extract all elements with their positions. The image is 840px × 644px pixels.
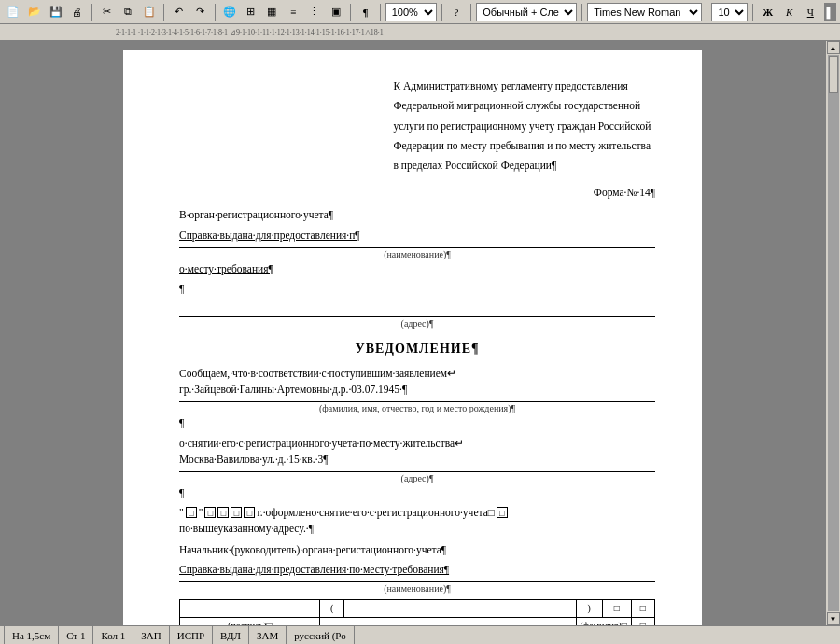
scroll-down-button[interactable]: ▼ [827,612,840,625]
main-area: К Административному регламенту предостав… [0,41,840,625]
reg-text2: по·вышеуказанному·адресу.·¶ [179,521,655,537]
sign-cell3 [343,600,576,618]
reg-text: г.·оформлено·снятие·его·с·регистрационно… [257,505,494,520]
pilcrow2: ¶ [179,415,655,431]
sign-row2: (подпись)□ (фамилия)□ □ [180,618,655,625]
frame-button[interactable]: ▣ [326,3,345,21]
ruler: 2·1·1·1 ·1·1·2·1·3·1·4·1·5·1·6·1·7·1·8·1… [0,24,840,41]
help-button[interactable]: ? [447,3,467,21]
quote-open: " [179,505,184,520]
sign-label4: □ [631,618,654,625]
vertical-scrollbar[interactable]: ▲ ▼ [825,41,840,625]
paste-button[interactable]: 📋 [139,3,159,21]
sign-cell6: □ [631,600,654,618]
ispr-indicator[interactable]: ИСПР [170,626,213,644]
zam-indicator[interactable]: ЗАМ [249,626,287,644]
sign-cell5: □ [602,600,631,618]
underline-button[interactable]: Ч [801,3,820,21]
zoom-select[interactable]: 100% [385,3,437,21]
sign-cell4: ) [576,600,602,618]
box2: □ [204,507,216,518]
header-line1: К Административному регламенту предостав… [394,78,656,94]
signature-table: ( ) □ □ (подпись)□ (фамилия)□ □ [179,599,655,625]
bold-button[interactable]: Ж [758,3,777,21]
box3: □ [217,507,229,518]
sep3 [215,4,216,21]
vdl-indicator[interactable]: ВДЛ [213,626,249,644]
header-line4: Федерации по месту пребывания и по месту… [394,138,656,154]
cert-line2: Справка·выдана·для·предоставления·по·мес… [179,562,655,578]
form-number: Форма·№·14¶ [179,185,655,200]
redo-button[interactable]: ↷ [190,3,210,21]
certificate-line: Справка·выдана·для·предоставления·п¶ [179,228,655,244]
para1: Сообщаем,·что·в·соответствии·с·поступивш… [179,366,655,399]
copy-button[interactable]: ⧉ [119,3,138,21]
cut-button[interactable]: ✂ [97,3,117,21]
scroll-track[interactable] [828,55,839,611]
pilcrow1: ¶ [179,281,655,297]
sep8 [581,4,582,21]
sep2 [163,4,164,21]
paragraph-mark-button[interactable]: ¶ [356,3,375,21]
sign-row1: ( ) □ □ [180,600,655,618]
sep9 [707,4,707,21]
sep6 [441,4,442,21]
sign-label1: (подпись)□ [180,618,320,625]
sep10 [752,4,753,21]
new-button[interactable]: 📄 [4,3,23,21]
sep4 [350,4,351,21]
chief-line: Начальник·(руководитель)·органа·регистац… [179,542,655,558]
paragraph-icon: ¶ [362,7,368,18]
header-line2: Федеральной миграционной службы государс… [394,98,656,114]
scroll-up-button[interactable]: ▲ [827,41,840,54]
list-button[interactable]: ≡ [284,3,303,21]
para2: о·снятии·его·с·регистрационного·учета·по… [179,436,655,469]
style-select[interactable]: Обычный + Сле [476,3,577,21]
reg-section: " □ " □ □ □ □ г.·оформлено·снятие·его·с·… [179,505,655,536]
print-button[interactable]: 🖨 [67,3,87,21]
pilcrow3: ¶ [179,485,655,501]
save-button[interactable]: 💾 [47,3,66,21]
document-page: К Административному регламенту предостав… [123,50,702,625]
table-button[interactable]: ⊞ [241,3,260,21]
box5: □ [244,507,255,518]
hyperlink-button[interactable]: 🌐 [220,3,240,21]
header-section: К Административному регламенту предостав… [179,78,655,177]
sign-label2 [320,618,576,625]
columns-button[interactable]: ▦ [262,3,282,21]
scroll-thumb[interactable] [829,56,838,93]
address-line [179,301,655,315]
italic-button[interactable]: К [779,3,799,21]
header-line3: услуги по регистрационному учету граждан… [394,119,656,134]
sign-label3: (фамилия)□ [576,618,631,625]
page-position: На 1,5см [4,626,59,644]
doc-title: УВЕДОМЛЕНИЕ¶ [179,340,655,358]
sign-cell1 [180,600,320,618]
size-select[interactable]: 10 [711,3,748,21]
font-select[interactable]: Times New Roman [587,3,701,21]
undo-button[interactable]: ↶ [169,3,189,21]
column-info: Ст 1 [59,626,93,644]
box6: □ [497,507,508,518]
box1: □ [186,507,197,518]
to-registration: В·орган·регистрационного·учета¶ [179,207,655,223]
header-right-block: К Административному регламенту предостав… [394,78,656,177]
help-icon: ? [455,7,459,18]
box4: □ [231,507,242,518]
language-indicator[interactable]: русский (Ро [287,626,355,644]
header-line5: в пределах Российской Федерации¶ [394,158,656,174]
fio-label: (фамилия, имя, отчество, год и место рож… [179,401,655,415]
toolbar-extra[interactable]: ▌ [824,3,836,21]
naim-label: (наименование)¶ [179,247,655,261]
naim-label2: (наименование)¶ [179,581,655,595]
address-label: (адрес)¶ [179,316,655,330]
place-text: о·месту·требования¶ [179,261,655,277]
adres-label: (адрес)¶ [179,471,655,485]
listnum-button[interactable]: ⋮ [305,3,325,21]
document-scroll-area[interactable]: К Административному регламенту предостав… [0,41,825,625]
sep5 [380,4,381,21]
open-button[interactable]: 📂 [25,3,45,21]
zap-indicator[interactable]: ЗАП [133,626,169,644]
toolbar: 📄 📂 💾 🖨 ✂ ⧉ 📋 ↶ ↷ 🌐 ⊞ ▦ ≡ ⋮ ▣ ¶ 100% ? О… [0,0,840,24]
sep1 [91,4,92,21]
